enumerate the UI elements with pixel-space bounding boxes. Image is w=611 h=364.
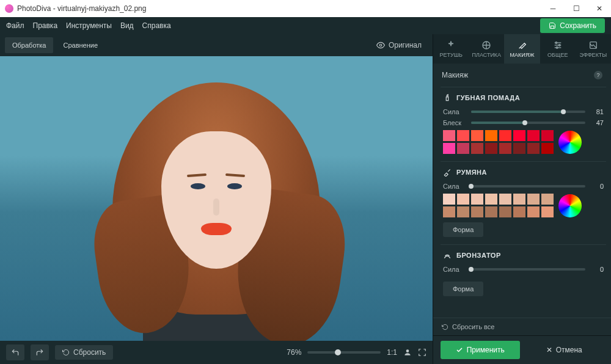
lipstick-strength-slider[interactable] — [471, 111, 585, 113]
canvas-topbar: Обработка Сравнение Оригинал — [0, 34, 433, 56]
undo-icon — [11, 348, 20, 357]
blush-swatch[interactable] — [457, 194, 469, 205]
tab-plastic[interactable]: ПЛАСТИКА — [469, 34, 504, 64]
maximize-button[interactable]: ☐ — [565, 0, 588, 17]
lipstick-swatch[interactable] — [513, 130, 525, 141]
blush-swatch[interactable] — [443, 194, 455, 205]
undo-button[interactable] — [6, 344, 24, 360]
save-icon — [549, 22, 556, 29]
section-bronzer: БРОНЗАТОР Сила 0 Форма — [441, 244, 606, 304]
zoom-value: 76% — [287, 348, 301, 357]
tab-retouch[interactable]: РЕТУШЬ — [433, 34, 469, 64]
section-blush-header[interactable]: РУМЯНА — [443, 168, 604, 177]
blush-swatch[interactable] — [527, 194, 540, 205]
blush-swatch[interactable] — [527, 206, 540, 217]
menubar: Файл Правка Инструменты Вид Справка Сохр… — [0, 17, 611, 34]
lipstick-swatch[interactable] — [499, 143, 511, 154]
blush-swatch[interactable] — [499, 194, 511, 205]
lipstick-swatch[interactable] — [457, 143, 469, 154]
lipstick-swatch[interactable] — [485, 143, 497, 154]
close-icon: ✕ — [546, 346, 552, 354]
portrait-image — [125, 98, 308, 324]
menu-help[interactable]: Справка — [142, 21, 171, 30]
lipstick-gloss-label: Блеск — [443, 119, 466, 126]
bronzer-strength-label: Сила — [443, 266, 466, 273]
blush-swatch[interactable] — [485, 194, 497, 205]
zoom-slider[interactable] — [307, 351, 381, 354]
blush-swatch[interactable] — [471, 194, 483, 205]
refresh-icon — [62, 349, 70, 356]
blush-color-wheel[interactable] — [558, 194, 582, 217]
bronzer-strength-row: Сила 0 — [443, 266, 604, 273]
lipstick-strength-row: Сила 81 — [443, 108, 604, 115]
fullscreen-icon[interactable] — [418, 348, 426, 357]
blush-strength-slider[interactable] — [471, 185, 585, 187]
minimize-button[interactable]: ─ — [541, 0, 565, 17]
lipstick-gloss-row: Блеск 47 — [443, 119, 604, 126]
lipstick-swatch[interactable] — [541, 143, 554, 154]
lipstick-swatch[interactable] — [513, 143, 525, 154]
apply-button[interactable]: Применить — [441, 341, 520, 359]
blush-swatch[interactable] — [457, 206, 469, 217]
cancel-button[interactable]: ✕ Отмена — [525, 341, 604, 359]
bronzer-strength-slider[interactable] — [471, 268, 585, 271]
save-button[interactable]: Сохранить — [540, 18, 605, 33]
lipstick-swatch[interactable] — [457, 130, 469, 141]
close-button[interactable]: ✕ — [588, 0, 611, 17]
blush-swatch[interactable] — [541, 194, 554, 205]
blush-swatch[interactable] — [485, 206, 497, 217]
menu-view[interactable]: Вид — [120, 21, 134, 30]
lipstick-swatch[interactable] — [443, 143, 455, 154]
blush-swatch[interactable] — [513, 194, 525, 205]
bronzer-shape-button[interactable]: Форма — [443, 282, 483, 296]
blush-swatch[interactable] — [541, 206, 554, 217]
lipstick-swatch[interactable] — [471, 143, 483, 154]
blush-shape-button[interactable]: Форма — [443, 222, 483, 237]
eye-icon — [376, 41, 385, 49]
panel-title: Макияж — [442, 71, 468, 79]
blush-swatch[interactable] — [471, 206, 483, 217]
refresh-icon — [442, 324, 448, 330]
reset-all-button[interactable]: Сбросить все — [433, 318, 611, 335]
section-bronzer-header[interactable]: БРОНЗАТОР — [443, 251, 604, 260]
lipstick-strength-label: Сила — [443, 108, 466, 115]
tab-effects[interactable]: ЭФФЕКТЫ — [576, 34, 611, 64]
sidebar-scroll[interactable]: ГУБНАЯ ПОМАДА Сила 81 Блеск 47 — [433, 87, 611, 318]
lipstick-swatch[interactable] — [527, 143, 540, 154]
tab-makeup[interactable]: МАКИЯЖ — [504, 34, 540, 64]
lipstick-swatch[interactable] — [527, 130, 540, 141]
redo-button[interactable] — [31, 344, 49, 360]
lipstick-color-wheel[interactable] — [558, 131, 582, 154]
lipstick-gloss-slider[interactable] — [471, 122, 585, 124]
tab-process[interactable]: Обработка — [5, 37, 53, 53]
bronzer-icon — [443, 251, 452, 260]
tab-general[interactable]: ОБЩЕЕ — [540, 34, 576, 64]
sliders-icon — [553, 40, 563, 50]
help-button[interactable]: ? — [594, 71, 602, 79]
redo-icon — [35, 348, 44, 357]
original-toggle[interactable]: Оригинал — [370, 37, 428, 53]
lipstick-swatch[interactable] — [499, 130, 511, 141]
lipstick-swatch[interactable] — [443, 130, 455, 141]
panel-header: Макияж ? — [433, 64, 611, 87]
lipstick-swatch[interactable] — [541, 130, 554, 141]
sparkle-icon — [446, 40, 456, 50]
section-lipstick-header[interactable]: ГУБНАЯ ПОМАДА — [443, 93, 604, 102]
canvas-bottombar: Сбросить 76% 1:1 — [0, 341, 433, 364]
lipstick-swatch[interactable] — [485, 130, 497, 141]
blush-swatch[interactable] — [513, 206, 525, 217]
svg-point-1 — [406, 349, 409, 352]
action-row: Применить ✕ Отмена — [433, 335, 611, 364]
menu-tools[interactable]: Инструменты — [66, 21, 112, 30]
menu-edit[interactable]: Правка — [33, 21, 58, 30]
tab-compare[interactable]: Сравнение — [56, 37, 105, 53]
blush-brush-icon — [443, 168, 452, 177]
menu-file[interactable]: Файл — [6, 21, 24, 30]
face-fit-icon[interactable] — [403, 348, 412, 357]
blush-swatch[interactable] — [499, 206, 511, 217]
image-canvas[interactable] — [0, 56, 433, 341]
zoom-one-to-one[interactable]: 1:1 — [387, 348, 397, 357]
lipstick-swatch[interactable] — [471, 130, 483, 141]
reset-button[interactable]: Сбросить — [55, 345, 113, 360]
blush-swatch[interactable] — [443, 206, 455, 217]
